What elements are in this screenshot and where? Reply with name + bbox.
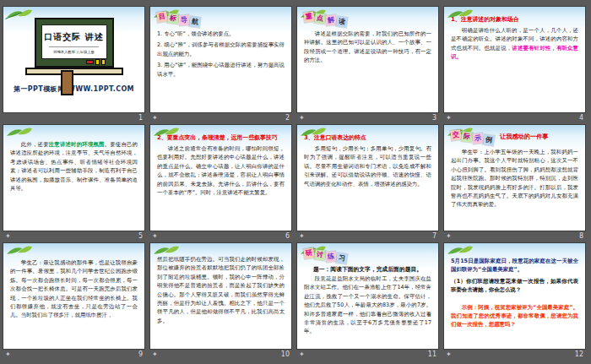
- header-tile: 目: [156, 11, 168, 23]
- slide-thumbnail-8[interactable]: 交 际 示 例 让我感动的一件事 学生甲：上小学五年级的一天晚上，我和妈妈一起出…: [444, 125, 585, 231]
- body-text: 多用短句，少用长句；多用单句，少用复句。有时为了强调，提醒听者注意，可以适当重复…: [304, 144, 431, 188]
- animation-star-icon[interactable]: ✦: [446, 231, 452, 242]
- animation-star-icon[interactable]: ✦: [152, 112, 158, 124]
- animation-star-icon[interactable]: ✦: [152, 349, 158, 361]
- body-text: 此外，还要注意讲述时的环境氛围。要使自己的讲述适应所处的环境，注意季节、天气等自…: [10, 140, 138, 193]
- header-tile: 交: [450, 129, 462, 141]
- goal-list: 1. 专心“听”，领会讲述的要点。 2. 细心“辨”，训练参与者根据交际的需要捕…: [157, 30, 285, 79]
- animation-star-icon[interactable]: ✦: [152, 231, 158, 242]
- slide-cell-2: 目 标 导 航 1. 专心“听”，领会讲述的要点。 2. 细心“辨”，训练参与者…: [150, 7, 291, 125]
- animation-star-icon[interactable]: ✦: [446, 112, 452, 124]
- chalk-tray-items: [41, 59, 107, 64]
- slide-meta: ✦ 1: [3, 112, 144, 124]
- slide-thumbnail-11[interactable]: 研 讨 练 习 题一：阅读下面的文字，完成后面的题目。 段意花是益阳水文局的临时…: [297, 243, 438, 349]
- exercise-heading: 题一：阅读下面的文字，完成后面的题目。: [304, 265, 431, 274]
- animation-star-icon[interactable]: ✦: [299, 349, 305, 361]
- body-segment: 此外，还要: [21, 141, 49, 148]
- exercise-question: （1）你们班想请段意花来做一次报告，如果你代表班委会去请她，你会怎么说？: [451, 277, 578, 295]
- chalk-stick-icon: [101, 59, 106, 65]
- slide-meta: ✦ 8: [444, 231, 585, 242]
- header-tile: 解: [325, 14, 336, 25]
- header-tile: 际: [461, 131, 472, 142]
- slide-thumbnail-10[interactable]: 然后把纸随手扔在旁边。可当我们走的时候却发现，那位被嫌弃的拾荒者默默地把我们扔了…: [150, 243, 291, 349]
- slide-cell-1: 口语交际 讲述 部编本人教版·八年级上册 第一PPT模板网-WWW.1PPT.C…: [3, 7, 144, 125]
- body-text: 讲述是根据交际的需要，对我们的已知所作的一种讲解。这里的已知可以是认识的人、一个…: [304, 30, 431, 65]
- presentation-title: 口语交际 讲述: [44, 31, 105, 43]
- slide-cell-11: 研 讨 练 习 题一：阅读下面的文字，完成后面的题目。 段意花是益阳水文局的临时…: [297, 243, 438, 361]
- exercise-intro: 5月15日是国际家庭日，段意花的家庭在这一天被全国妇联评为“全国最美家庭”。: [451, 257, 578, 274]
- header-tile: 标: [167, 13, 178, 24]
- slide-meta: ✦ 11: [297, 349, 438, 361]
- slide-number: 5: [138, 231, 143, 242]
- slide-grid: 口语交际 讲述 部编本人教版·八年级上册 第一PPT模板网-WWW.1PPT.C…: [3, 7, 588, 361]
- animation-star-icon[interactable]: ✦: [299, 231, 305, 242]
- chalk-stick-icon: [95, 59, 100, 65]
- header-tile: 习: [336, 253, 348, 264]
- animation-star-icon[interactable]: ✦: [5, 349, 11, 361]
- header-tile: 导: [178, 14, 189, 25]
- animation-star-icon[interactable]: ✦: [446, 349, 452, 361]
- chalk-tray: [25, 68, 123, 75]
- chalk-eraser-icon: [86, 60, 94, 64]
- slide-number: 4: [579, 112, 583, 124]
- body-text: 学生乙：最让我感动的那件事，也是让我很自豪的一件事。暑假里，我和几个同学去世纪公…: [10, 258, 138, 320]
- slide-meta: ✦ 6: [150, 231, 291, 242]
- title-divider: [49, 46, 99, 47]
- slide-number: 6: [285, 231, 290, 242]
- header-tile: 航: [189, 16, 201, 28]
- slide-meta: ✦ 4: [444, 112, 585, 124]
- leaf-decoration-icon: [299, 126, 328, 139]
- slide-thumbnail-3[interactable]: 重 点 解 读 讲述是根据交际的需要，对我们的已知所作的一种讲解。这里的已知可以…: [297, 7, 438, 112]
- body-text: 讲述之前通常会有准备的时间，哪怕时间很短，也要利用好。先想好要讲述的中心话题是什…: [157, 144, 285, 197]
- body-text: 学生甲：上小学五年级的一天晚上，我和妈妈一起出门办事。我这个人平时就特别粗心，这…: [451, 148, 578, 209]
- slide-cell-9: 学生乙：最让我感动的那件事，也是让我很自豪的一件事。暑假里，我和几个同学去世纪公…: [3, 243, 144, 361]
- slide-thumbnail-6[interactable]: 2、要重点突出，条理清楚，运用一些叙事技巧 讲述之前通常会有准备的时间，哪怕时间…: [150, 125, 291, 231]
- header-tile: 示: [472, 133, 483, 144]
- slide-thumbnail-12[interactable]: 5月15日是国际家庭日，段意花的家庭在这一天被全国妇联评为“全国最美家庭”。 （…: [444, 243, 585, 349]
- slide-thumbnail-2[interactable]: 目 标 导 航 1. 专心“听”，领会讲述的要点。 2. 细心“辨”，训练参与者…: [150, 7, 291, 112]
- goal-item: 2. 细心“辨”，训练参与者根据交际的需要捕捉事实得出观点的能力。: [157, 41, 285, 58]
- leaf-decoration-icon: [5, 244, 34, 257]
- slide-thumbnail-9[interactable]: 学生乙：最让我感动的那件事，也是让我很自豪的一件事。暑假里，我和几个同学去世纪公…: [3, 243, 144, 349]
- header-tile: 例: [483, 134, 495, 146]
- sample-answer: 示例：阿姨，祝贺您家被评为“全国最美家庭”。我们知道了您的优秀事迹，都非常敬佩，…: [451, 303, 578, 329]
- section-header-tiles: 交 际 示 例 让我感动的一件事: [451, 130, 578, 145]
- highlight-segment: 注意讲述时的环境氛围: [49, 141, 105, 148]
- header-tile: 研: [303, 247, 315, 259]
- slide-meta: ✦ 2: [150, 112, 291, 124]
- header-tile: 讨: [314, 249, 325, 260]
- blackboard-panel: 口语交际 讲述 部编本人教版·八年级上册: [41, 24, 107, 59]
- slide-cell-7: 3、注意口语表达的特点 多用短句，少用长句；多用单句，少用复句。有时为了强调，提…: [297, 125, 438, 243]
- slide-meta: ✦ 5: [3, 231, 144, 242]
- slide-cell-8: 交 际 示 例 让我感动的一件事 学生甲：上小学五年级的一天晚上，我和妈妈一起出…: [444, 125, 585, 243]
- slide-number: 11: [428, 349, 436, 361]
- leaf-decoration-icon: [152, 244, 181, 257]
- slide-thumbnail-1[interactable]: 口语交际 讲述 部编本人教版·八年级上册 第一PPT模板网-WWW.1PPT.C…: [3, 7, 144, 112]
- slide-meta: ✦ 3: [297, 112, 438, 124]
- slide-thumbnail-5[interactable]: 此外，还要注意讲述时的环境氛围。要使自己的讲述适应所处的环境，注意季节、天气等自…: [3, 125, 144, 231]
- slide-number: 10: [281, 349, 290, 361]
- slide-thumbnail-7[interactable]: 3、注意口语表达的特点 多用短句，少用长句；多用单句，少用复句。有时为了强调，提…: [297, 125, 438, 231]
- presentation-subtitle: 部编本人教版·八年级上册: [44, 50, 105, 54]
- slide-thumbnail-4[interactable]: 1、注意讲述的对象和场合 明确是讲给什么人听的，是一个人，几个人，还是不确定的听…: [444, 7, 585, 112]
- goal-item: 1. 专心“听”，领会讲述的要点。: [157, 30, 285, 38]
- slide-cell-12: 5月15日是国际家庭日，段意花的家庭在这一天被全国妇联评为“全国最美家庭”。 （…: [444, 243, 585, 361]
- leaf-decoration-icon: [152, 126, 181, 139]
- slide-cell-3: 重 点 解 读 讲述是根据交际的需要，对我们的已知所作的一种讲解。这里的已知可以…: [297, 7, 438, 125]
- animation-star-icon[interactable]: ✦: [299, 112, 305, 124]
- board-eraser: [61, 70, 73, 95]
- slide-meta: ✦ 10: [150, 349, 291, 361]
- template-site-footer: 第一PPT模板网-WWW.1PPT.COM: [10, 84, 138, 94]
- slide-number: 9: [138, 349, 143, 361]
- slide-number: 1: [138, 112, 143, 124]
- slide-number: 8: [579, 231, 583, 242]
- slide-number: 2: [285, 112, 290, 124]
- slide-number: 3: [432, 112, 436, 124]
- slide-number: 12: [575, 349, 583, 361]
- slide-meta: ✦ 9: [3, 349, 144, 361]
- header-tile: 重: [303, 11, 315, 23]
- animation-star-icon[interactable]: ✦: [5, 231, 11, 242]
- slide-cell-4: 1、注意讲述的对象和场合 明确是讲给什么人听的，是一个人，几个人，还是不确定的听…: [444, 7, 585, 125]
- goal-item: 3. 用心“讲”，能围绕中心话题进行讲述，努力提高说话水平。: [157, 61, 285, 79]
- slide-cell-6: 2、要重点突出，条理清楚，运用一些叙事技巧 讲述之前通常会有准备的时间，哪怕时间…: [150, 125, 291, 243]
